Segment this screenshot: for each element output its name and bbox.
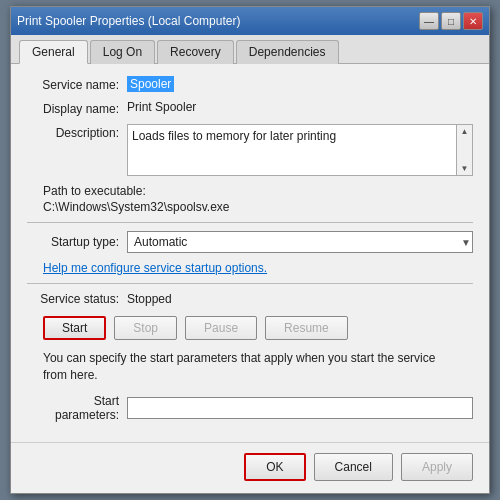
display-name-label: Display name: [27,100,127,116]
service-name-value: Spooler [127,76,473,92]
tab-general[interactable]: General [19,40,88,64]
description-scrollbar[interactable]: ▲ ▼ [456,125,472,175]
service-name-label: Service name: [27,76,127,92]
tab-dependencies[interactable]: Dependencies [236,40,339,64]
start-button[interactable]: Start [43,316,106,340]
apply-button[interactable]: Apply [401,453,473,481]
divider-1 [27,222,473,223]
startup-type-row: Startup type: Automatic Manual Disabled … [27,231,473,253]
title-bar: Print Spooler Properties (Local Computer… [11,7,489,35]
tab-logon[interactable]: Log On [90,40,155,64]
info-text: You can specify the start parameters tha… [27,350,473,384]
help-link[interactable]: Help me configure service startup option… [43,261,473,275]
title-bar-buttons: — □ ✕ [419,12,483,30]
service-control-buttons: Start Stop Pause Resume [27,316,473,340]
tab-content-general: Service name: Spooler Display name: Prin… [11,64,489,442]
stop-button[interactable]: Stop [114,316,177,340]
description-label: Description: [27,124,127,140]
minimize-button[interactable]: — [419,12,439,30]
description-text: Loads files to memory for later printing [132,129,336,143]
service-name-row: Service name: Spooler [27,76,473,92]
description-box: Loads files to memory for later printing… [127,124,473,176]
ok-button[interactable]: OK [244,453,305,481]
display-name-row: Display name: Print Spooler [27,100,473,116]
service-status-label: Service status: [27,292,127,306]
resume-button[interactable]: Resume [265,316,348,340]
footer-buttons: OK Cancel Apply [11,442,489,493]
startup-type-select-wrapper: Automatic Manual Disabled ▼ [127,231,473,253]
service-status-row: Service status: Stopped [27,292,473,306]
start-parameters-row: Start parameters: [27,394,473,422]
cancel-button[interactable]: Cancel [314,453,393,481]
display-name-value: Print Spooler [127,100,473,114]
divider-2 [27,283,473,284]
service-name-text: Spooler [127,76,174,92]
path-label: Path to executable: [43,184,473,198]
scroll-up-arrow[interactable]: ▲ [459,125,471,138]
maximize-button[interactable]: □ [441,12,461,30]
window-title: Print Spooler Properties (Local Computer… [17,14,240,28]
path-value: C:\Windows\System32\spoolsv.exe [43,200,473,214]
startup-type-label: Startup type: [27,235,127,249]
close-button[interactable]: ✕ [463,12,483,30]
description-row: Description: Loads files to memory for l… [27,124,473,176]
scroll-down-arrow[interactable]: ▼ [459,162,471,175]
tab-bar: General Log On Recovery Dependencies [11,35,489,64]
pause-button[interactable]: Pause [185,316,257,340]
start-params-input[interactable] [127,397,473,419]
service-status-value: Stopped [127,292,172,306]
startup-type-select[interactable]: Automatic Manual Disabled [127,231,473,253]
properties-dialog: Print Spooler Properties (Local Computer… [10,6,490,494]
path-section: Path to executable: C:\Windows\System32\… [27,184,473,214]
start-params-label: Start parameters: [27,394,127,422]
tab-recovery[interactable]: Recovery [157,40,234,64]
